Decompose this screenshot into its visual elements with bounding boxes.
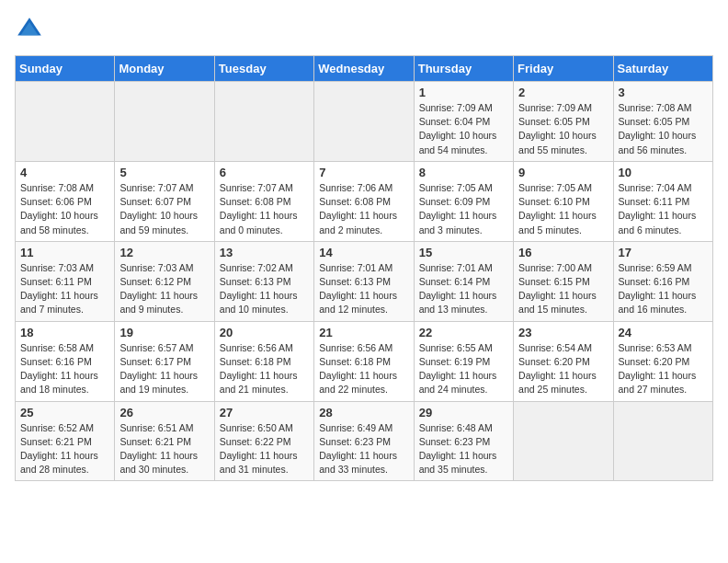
calendar-cell: 2Sunrise: 7:09 AM Sunset: 6:05 PM Daylig… bbox=[514, 82, 613, 162]
calendar-cell: 12Sunrise: 7:03 AM Sunset: 6:12 PM Dayli… bbox=[115, 241, 214, 321]
day-number: 18 bbox=[20, 326, 109, 339]
day-number: 11 bbox=[20, 246, 109, 259]
day-number: 14 bbox=[319, 246, 408, 259]
calendar-cell: 1Sunrise: 7:09 AM Sunset: 6:04 PM Daylig… bbox=[414, 82, 513, 162]
calendar-cell: 26Sunrise: 6:51 AM Sunset: 6:21 PM Dayli… bbox=[115, 401, 214, 481]
day-info: Sunrise: 6:58 AM Sunset: 6:16 PM Dayligh… bbox=[20, 341, 109, 397]
day-number: 7 bbox=[319, 166, 408, 179]
day-info: Sunrise: 7:01 AM Sunset: 6:13 PM Dayligh… bbox=[319, 261, 408, 317]
day-number: 24 bbox=[619, 326, 708, 339]
calendar-cell: 24Sunrise: 6:53 AM Sunset: 6:20 PM Dayli… bbox=[613, 321, 712, 401]
day-number: 26 bbox=[119, 406, 209, 419]
day-info: Sunrise: 6:56 AM Sunset: 6:18 PM Dayligh… bbox=[319, 341, 408, 397]
logo bbox=[15, 15, 48, 44]
day-info: Sunrise: 7:09 AM Sunset: 6:04 PM Dayligh… bbox=[419, 101, 508, 157]
day-number: 13 bbox=[220, 246, 309, 259]
day-info: Sunrise: 7:09 AM Sunset: 6:05 PM Dayligh… bbox=[518, 101, 608, 157]
day-info: Sunrise: 7:05 AM Sunset: 6:09 PM Dayligh… bbox=[419, 181, 508, 237]
day-info: Sunrise: 6:49 AM Sunset: 6:23 PM Dayligh… bbox=[319, 421, 408, 477]
col-header-saturday: Saturday bbox=[613, 56, 712, 82]
calendar-cell: 29Sunrise: 6:48 AM Sunset: 6:23 PM Dayli… bbox=[414, 401, 513, 481]
day-info: Sunrise: 7:01 AM Sunset: 6:14 PM Dayligh… bbox=[419, 261, 508, 317]
calendar-cell: 10Sunrise: 7:04 AM Sunset: 6:11 PM Dayli… bbox=[613, 161, 712, 241]
calendar-cell: 28Sunrise: 6:49 AM Sunset: 6:23 PM Dayli… bbox=[314, 401, 414, 481]
col-header-sunday: Sunday bbox=[16, 56, 115, 82]
day-number: 9 bbox=[518, 166, 608, 179]
logo-icon bbox=[15, 15, 44, 44]
calendar-table: SundayMondayTuesdayWednesdayThursdayFrid… bbox=[15, 55, 713, 481]
day-info: Sunrise: 6:52 AM Sunset: 6:21 PM Dayligh… bbox=[20, 421, 109, 477]
calendar-cell bbox=[314, 82, 414, 162]
calendar-cell: 8Sunrise: 7:05 AM Sunset: 6:09 PM Daylig… bbox=[414, 161, 513, 241]
calendar-cell: 15Sunrise: 7:01 AM Sunset: 6:14 PM Dayli… bbox=[414, 241, 513, 321]
calendar-cell: 16Sunrise: 7:00 AM Sunset: 6:15 PM Dayli… bbox=[514, 241, 613, 321]
day-info: Sunrise: 7:07 AM Sunset: 6:08 PM Dayligh… bbox=[220, 181, 309, 237]
calendar-cell bbox=[514, 401, 613, 481]
day-info: Sunrise: 6:56 AM Sunset: 6:18 PM Dayligh… bbox=[220, 341, 309, 397]
calendar-cell bbox=[214, 82, 313, 162]
col-header-wednesday: Wednesday bbox=[314, 56, 414, 82]
calendar-week-1: 1Sunrise: 7:09 AM Sunset: 6:04 PM Daylig… bbox=[16, 82, 713, 162]
day-number: 28 bbox=[319, 406, 408, 419]
day-info: Sunrise: 7:03 AM Sunset: 6:12 PM Dayligh… bbox=[119, 261, 209, 317]
calendar-cell: 13Sunrise: 7:02 AM Sunset: 6:13 PM Dayli… bbox=[214, 241, 313, 321]
calendar-cell: 3Sunrise: 7:08 AM Sunset: 6:05 PM Daylig… bbox=[613, 82, 712, 162]
calendar-cell: 25Sunrise: 6:52 AM Sunset: 6:21 PM Dayli… bbox=[16, 401, 115, 481]
day-info: Sunrise: 6:50 AM Sunset: 6:22 PM Dayligh… bbox=[220, 421, 309, 477]
calendar-week-3: 11Sunrise: 7:03 AM Sunset: 6:11 PM Dayli… bbox=[16, 241, 713, 321]
day-info: Sunrise: 7:08 AM Sunset: 6:06 PM Dayligh… bbox=[20, 181, 109, 237]
day-number: 17 bbox=[619, 246, 708, 259]
calendar-cell: 19Sunrise: 6:57 AM Sunset: 6:17 PM Dayli… bbox=[115, 321, 214, 401]
calendar-cell: 23Sunrise: 6:54 AM Sunset: 6:20 PM Dayli… bbox=[514, 321, 613, 401]
day-number: 1 bbox=[419, 86, 508, 99]
day-number: 25 bbox=[20, 406, 109, 419]
calendar-cell: 22Sunrise: 6:55 AM Sunset: 6:19 PM Dayli… bbox=[414, 321, 513, 401]
day-number: 15 bbox=[419, 246, 508, 259]
calendar-cell bbox=[16, 82, 115, 162]
day-number: 27 bbox=[220, 406, 309, 419]
col-header-monday: Monday bbox=[115, 56, 214, 82]
day-number: 3 bbox=[619, 86, 708, 99]
day-number: 10 bbox=[619, 166, 708, 179]
day-number: 5 bbox=[119, 166, 209, 179]
calendar-cell: 20Sunrise: 6:56 AM Sunset: 6:18 PM Dayli… bbox=[214, 321, 313, 401]
day-number: 4 bbox=[20, 166, 109, 179]
calendar-cell bbox=[115, 82, 214, 162]
calendar-week-5: 25Sunrise: 6:52 AM Sunset: 6:21 PM Dayli… bbox=[16, 401, 713, 481]
day-number: 16 bbox=[518, 246, 608, 259]
day-info: Sunrise: 7:04 AM Sunset: 6:11 PM Dayligh… bbox=[619, 181, 708, 237]
day-info: Sunrise: 7:03 AM Sunset: 6:11 PM Dayligh… bbox=[20, 261, 109, 317]
calendar-week-2: 4Sunrise: 7:08 AM Sunset: 6:06 PM Daylig… bbox=[16, 161, 713, 241]
day-number: 20 bbox=[220, 326, 309, 339]
calendar-cell: 7Sunrise: 7:06 AM Sunset: 6:08 PM Daylig… bbox=[314, 161, 414, 241]
calendar-cell: 21Sunrise: 6:56 AM Sunset: 6:18 PM Dayli… bbox=[314, 321, 414, 401]
day-info: Sunrise: 6:59 AM Sunset: 6:16 PM Dayligh… bbox=[619, 261, 708, 317]
day-number: 22 bbox=[419, 326, 508, 339]
day-number: 12 bbox=[119, 246, 209, 259]
col-header-tuesday: Tuesday bbox=[214, 56, 313, 82]
day-info: Sunrise: 7:02 AM Sunset: 6:13 PM Dayligh… bbox=[220, 261, 309, 317]
calendar-cell: 18Sunrise: 6:58 AM Sunset: 6:16 PM Dayli… bbox=[16, 321, 115, 401]
calendar-cell: 17Sunrise: 6:59 AM Sunset: 6:16 PM Dayli… bbox=[613, 241, 712, 321]
calendar-cell: 9Sunrise: 7:05 AM Sunset: 6:10 PM Daylig… bbox=[514, 161, 613, 241]
day-number: 2 bbox=[518, 86, 608, 99]
day-info: Sunrise: 6:54 AM Sunset: 6:20 PM Dayligh… bbox=[518, 341, 608, 397]
calendar-cell: 11Sunrise: 7:03 AM Sunset: 6:11 PM Dayli… bbox=[16, 241, 115, 321]
day-number: 6 bbox=[220, 166, 309, 179]
day-number: 8 bbox=[419, 166, 508, 179]
day-info: Sunrise: 7:08 AM Sunset: 6:05 PM Dayligh… bbox=[619, 101, 708, 157]
day-number: 29 bbox=[419, 406, 508, 419]
day-info: Sunrise: 7:05 AM Sunset: 6:10 PM Dayligh… bbox=[518, 181, 608, 237]
day-info: Sunrise: 7:06 AM Sunset: 6:08 PM Dayligh… bbox=[319, 181, 408, 237]
calendar-cell: 4Sunrise: 7:08 AM Sunset: 6:06 PM Daylig… bbox=[16, 161, 115, 241]
day-info: Sunrise: 6:51 AM Sunset: 6:21 PM Dayligh… bbox=[119, 421, 209, 477]
calendar-cell: 27Sunrise: 6:50 AM Sunset: 6:22 PM Dayli… bbox=[214, 401, 313, 481]
header bbox=[15, 15, 713, 44]
day-info: Sunrise: 7:07 AM Sunset: 6:07 PM Dayligh… bbox=[119, 181, 209, 237]
col-header-friday: Friday bbox=[514, 56, 613, 82]
day-number: 23 bbox=[518, 326, 608, 339]
calendar-cell: 14Sunrise: 7:01 AM Sunset: 6:13 PM Dayli… bbox=[314, 241, 414, 321]
day-info: Sunrise: 6:53 AM Sunset: 6:20 PM Dayligh… bbox=[619, 341, 708, 397]
calendar-cell: 6Sunrise: 7:07 AM Sunset: 6:08 PM Daylig… bbox=[214, 161, 313, 241]
day-info: Sunrise: 7:00 AM Sunset: 6:15 PM Dayligh… bbox=[518, 261, 608, 317]
